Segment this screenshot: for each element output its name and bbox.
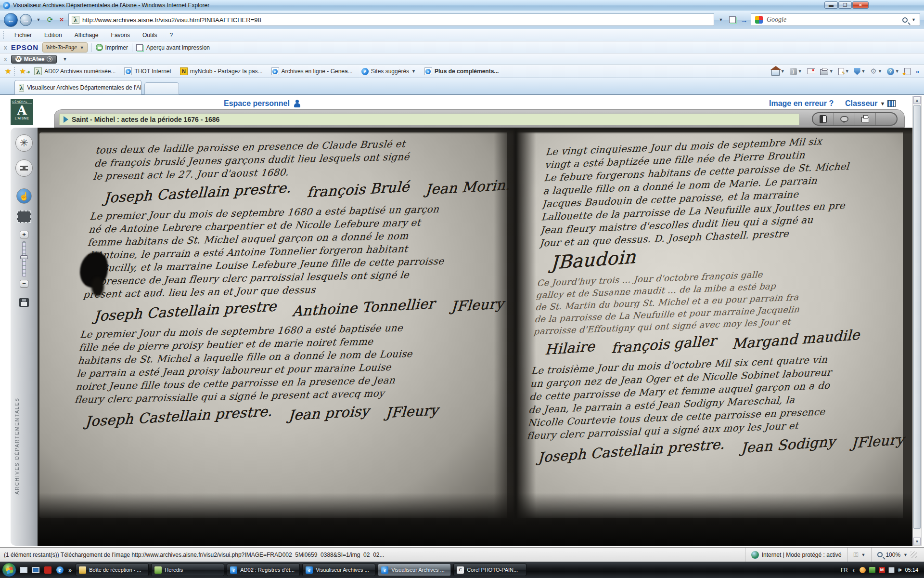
quicklaunch-chevron[interactable]: » — [68, 566, 72, 574]
search-icon[interactable] — [902, 17, 908, 23]
menu-aide[interactable]: ? — [164, 32, 180, 39]
mcafee-toolbar: x W McAfee ? ▼ — [0, 53, 924, 65]
page-scrollbar[interactable]: ▲ ▼ — [912, 96, 922, 546]
favorite-item[interactable]: λAD02 Archives numérisée... — [30, 67, 120, 75]
tray-mcafee-icon[interactable]: M — [879, 567, 885, 573]
classeur-link[interactable]: Classeur ▼ — [845, 99, 896, 108]
overflow-chevron[interactable]: » — [916, 68, 919, 75]
contrast-tool-button[interactable] — [15, 159, 33, 177]
menu-edition[interactable]: Edition — [38, 32, 68, 39]
favorite-item[interactable]: eSites suggérés▼ — [357, 68, 420, 75]
search-dropdown-icon[interactable]: ▼ — [911, 17, 916, 22]
zoom-control[interactable]: 100% ▼ — [871, 548, 924, 562]
selection-tool-button[interactable] — [17, 210, 31, 223]
address-dropdown[interactable]: ▼ — [716, 14, 726, 26]
task-buttons: Boîte de réception - ...HerediseAD02 : R… — [76, 564, 526, 576]
tray-volume-icon[interactable]: 🕪 — [898, 566, 902, 573]
tray-network-activity-icon[interactable] — [869, 567, 875, 573]
signature: Anthoine Tonnellier — [292, 295, 436, 320]
tray-chevron[interactable]: ‹ — [853, 566, 855, 574]
favorite-item[interactable]: eArchives en ligne - Genea... — [267, 67, 357, 75]
pan-tool-button[interactable]: ☝ — [16, 188, 32, 204]
favorites-doc-button[interactable] — [903, 67, 912, 76]
zoom-out-button[interactable]: − — [20, 280, 28, 288]
help-button[interactable]: ?▼ — [886, 67, 901, 76]
address-bar[interactable]: λ http://www.archives.aisne.fr/visu2/vis… — [68, 13, 714, 26]
espace-personnel-link[interactable]: Espace personnel — [224, 99, 300, 108]
feeds-button[interactable]: )▼ — [788, 67, 804, 76]
restore-button[interactable]: ❐ — [838, 1, 852, 9]
menu-outils[interactable]: Outils — [136, 32, 164, 39]
close-button[interactable]: ✕ — [852, 1, 869, 9]
epson-close-button[interactable]: x — [4, 44, 7, 51]
refresh-button[interactable]: ⟳ — [45, 14, 55, 26]
taskbar-button[interactable]: CCorel PHOTO-PAIN... — [453, 564, 526, 576]
search-box[interactable]: Google ▼ — [751, 13, 920, 26]
forward-button[interactable]: → — [20, 14, 32, 26]
protected-mode-button[interactable]: ⚿▼ — [847, 548, 872, 562]
favorites-button[interactable]: ★ — [5, 67, 11, 76]
signature: françois galler — [611, 332, 716, 356]
viewer-tool-sidebar: ✳ ☝ + − ARCHIVES DÉPARTEMENTALES — [11, 128, 38, 546]
manuscript-image[interactable]: tous deux de ladille paroisse en presenc… — [38, 128, 912, 546]
print-button[interactable]: ▼ — [819, 67, 835, 76]
comment-button[interactable] — [834, 113, 855, 125]
image-en-erreur-link[interactable]: Image en erreur ? — [769, 99, 834, 108]
home-button[interactable]: ▼ — [770, 67, 786, 76]
minimize-button[interactable]: ▬ — [824, 1, 838, 9]
zoom-slider[interactable] — [22, 241, 26, 277]
web-to-page-button[interactable]: Web-To-Page ▼ — [42, 42, 87, 53]
classeur-grid-icon[interactable] — [887, 100, 896, 107]
menu-favoris[interactable]: Favoris — [105, 32, 136, 39]
zoom-in-button[interactable]: + — [20, 231, 28, 238]
mcafee-close-button[interactable]: x — [4, 56, 7, 63]
mcafee-dropdown-icon[interactable]: ▼ — [63, 57, 67, 62]
tab-visualiseur[interactable]: λ Visualiseur Archives Départementales d… — [14, 80, 141, 94]
window-switcher-button[interactable] — [31, 565, 40, 575]
scrollbar-thumb[interactable] — [913, 105, 921, 529]
language-indicator[interactable]: FR — [841, 567, 848, 573]
compatibility-button[interactable] — [728, 14, 737, 26]
scroll-up-button[interactable]: ▲ — [913, 96, 921, 104]
ie-icon: e — [381, 566, 388, 574]
favorite-item[interactable]: eTHOT Internet — [120, 67, 175, 75]
menu-affichage[interactable]: Affichage — [68, 32, 105, 39]
taskbar-button[interactable]: eAD02 : Registres d'ét... — [227, 564, 300, 576]
start-button[interactable] — [2, 563, 16, 577]
new-tab-stub[interactable] — [144, 82, 179, 94]
taskbar-button[interactable]: eVisualiseur Archives ... — [302, 564, 375, 576]
window-title: Visualiseur Archives Départementales de … — [13, 2, 209, 9]
tools-button[interactable]: ⚙▼ — [869, 66, 883, 76]
tray-update-icon[interactable] — [860, 567, 866, 573]
taskbar-button[interactable]: eVisualiseur Archives ... — [378, 564, 451, 576]
safety-button[interactable]: ▼ — [853, 67, 867, 76]
print-view-button[interactable] — [855, 113, 876, 125]
go-button[interactable]: → — [739, 14, 749, 26]
stop-button[interactable]: ✕ — [57, 14, 66, 26]
taskbar-button[interactable]: Heredis — [151, 564, 224, 576]
favorite-item[interactable]: NmyNclub - Partagez la pas... — [176, 67, 267, 75]
zoom-slider-handle[interactable] — [20, 255, 28, 259]
espace-personnel-label: Espace personnel — [224, 99, 290, 108]
taskbar-button[interactable]: Boîte de réception - ... — [76, 564, 149, 576]
quicklaunch-mcafee[interactable] — [43, 565, 52, 575]
show-desktop-button[interactable] — [19, 565, 28, 575]
page-menu-button[interactable]: ▼ — [837, 67, 851, 76]
register-button[interactable] — [813, 113, 834, 125]
mail-button[interactable] — [806, 68, 817, 75]
mcafee-button[interactable]: W McAfee ? — [11, 55, 57, 64]
imprimer-button[interactable]: Imprimer — [105, 44, 128, 51]
scroll-down-button[interactable]: ▼ — [913, 538, 921, 545]
save-view-button[interactable] — [19, 298, 29, 307]
add-favorite-button[interactable]: ★➜ — [19, 67, 30, 76]
overview-tool-button[interactable]: ✳ — [15, 134, 33, 152]
apercu-button[interactable]: Aperçu avant impression — [146, 44, 210, 51]
favorite-item[interactable]: ePlus de compléments... — [420, 67, 503, 75]
rss-icon: ) — [790, 68, 797, 75]
quicklaunch-ie[interactable]: e — [55, 565, 64, 575]
system-tray: FR ‹ M 🕪 05:14 — [841, 566, 922, 574]
tray-display-icon[interactable] — [888, 567, 895, 573]
back-button[interactable]: ← — [4, 13, 18, 27]
menu-fichier[interactable]: Fichier — [8, 32, 38, 39]
history-dropdown[interactable]: ▼ — [34, 14, 43, 26]
